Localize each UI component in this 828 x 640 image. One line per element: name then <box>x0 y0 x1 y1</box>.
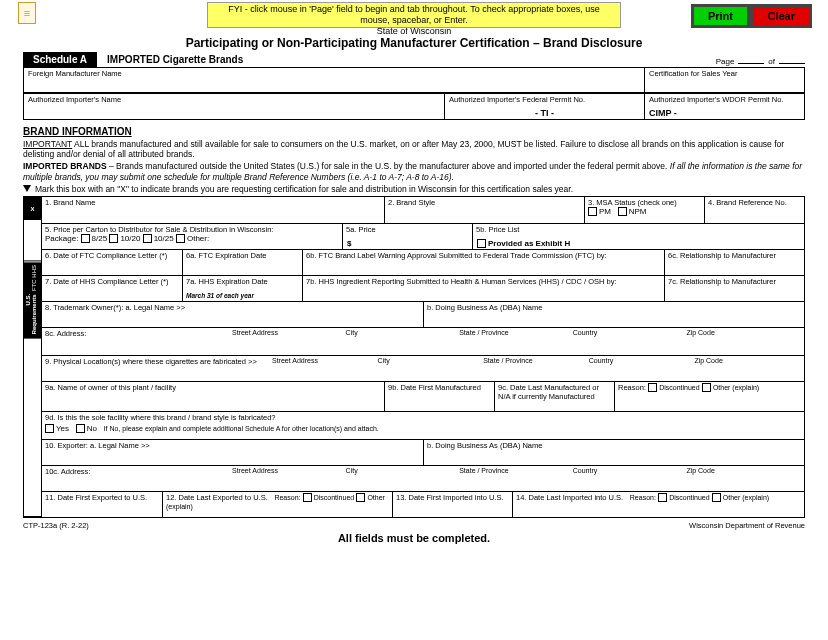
print-button[interactable]: Print <box>691 4 750 28</box>
row-5: 8. Trademark Owner(*): a. Legal Name >> … <box>42 301 804 327</box>
pkg-other[interactable] <box>176 234 185 243</box>
important-para: IMPORTANT ALL brands manufactured and st… <box>23 139 805 159</box>
page-field[interactable] <box>738 54 764 64</box>
date-first-imp[interactable]: 13. Date First Imported into U.S. <box>392 492 512 517</box>
header-grid-1: Foreign Manufacturer Name Certification … <box>23 67 805 93</box>
clear-button[interactable]: Clear <box>750 4 812 28</box>
date-last-mfr[interactable]: 9c. Date Last Manufactured or N/A if cur… <box>494 382 614 411</box>
tm-legal[interactable]: 8. Trademark Owner(*): a. Legal Name >> <box>42 302 423 327</box>
ftc-by[interactable]: 6b. FTC Brand Label Warning Approval Sub… <box>302 250 664 275</box>
row-3: 6. Date of FTC Compliance Letter (*) 6a.… <box>42 249 804 275</box>
brand-name-cell[interactable]: 1. Brand Name <box>42 197 384 223</box>
schedule-title: IMPORTED Cigarette Brands <box>107 54 243 65</box>
date-last-imp: 14. Date Last Imported into U.S. Reason:… <box>512 492 804 517</box>
price-cell[interactable]: 5a. Price $ <box>342 224 472 249</box>
exp-dba[interactable]: b. Doing Business As (DBA) Name <box>423 440 804 465</box>
fed-permit-cell[interactable]: Authorized Importer's Federal Permit No.… <box>444 93 644 119</box>
phys-loc: 9. Physical Location(s) where these ciga… <box>42 356 804 381</box>
table-rows: 1. Brand Name 2. Brand Style 3. MSA Stat… <box>42 197 804 517</box>
schedule-row: Schedule A IMPORTED Cigarette Brands Pag… <box>23 52 805 67</box>
schedule-badge: Schedule A <box>23 52 97 67</box>
addr-10c: 10c. Address: Street Address City State … <box>42 466 804 491</box>
pkg-1025[interactable] <box>143 234 152 243</box>
npm-checkbox[interactable] <box>618 207 627 216</box>
date-first-mfr[interactable]: 9b. Date First Manufactured <box>384 382 494 411</box>
row-7[interactable]: 9. Physical Location(s) where these ciga… <box>42 355 804 381</box>
oth-12[interactable] <box>356 493 365 502</box>
hhs-by[interactable]: 7b. HHS Ingredient Reporting Submitted t… <box>302 276 664 301</box>
us-req-label: U.S. Requirements FTC HHS <box>24 262 41 338</box>
top-bar: ≡ FYI - click mouse in 'Page' field to b… <box>0 0 828 26</box>
pkg-1020[interactable] <box>109 234 118 243</box>
row-2: 5. Price per Carton to Distributor for S… <box>42 223 804 249</box>
ftc-rel[interactable]: 6c. Relationship to Manufacturer <box>664 250 804 275</box>
row-6[interactable]: 8c. Address: Street Address City State /… <box>42 327 804 355</box>
footer-row: CTP-123a (R. 2-22) Wisconsin Department … <box>23 521 805 530</box>
brand-style-cell[interactable]: 2. Brand Style <box>384 197 584 223</box>
row-1: 1. Brand Name 2. Brand Style 3. MSA Stat… <box>42 197 804 223</box>
other-9c[interactable] <box>702 383 711 392</box>
hhs-date[interactable]: 7. Date of HHS Compliance Letter (*) <box>42 276 182 301</box>
hhs-exp[interactable]: 7a. HHS Expiration Date March 31 of each… <box>182 276 302 301</box>
page-total-field[interactable] <box>779 54 805 64</box>
price-box: 5. Price per Carton to Distributor for S… <box>42 224 342 249</box>
wdor-permit-cell[interactable]: Authorized Importer's WDOR Permit No. CI… <box>644 93 804 119</box>
all-fields-label: All fields must be completed. <box>23 532 805 544</box>
sole-yes[interactable] <box>45 424 54 433</box>
row-8: 9a. Name of owner of this plant / facili… <box>42 381 804 411</box>
msa-status-cell: 3. MSA Status (check one) PM NPM <box>584 197 704 223</box>
addr-8c: 8c. Address: Street Address City State /… <box>42 328 804 355</box>
page-title: Participating or Non-Participating Manuf… <box>0 36 828 50</box>
row-10c[interactable]: 10c. Address: Street Address City State … <box>42 465 804 491</box>
disc-14[interactable] <box>658 493 667 502</box>
cert-year-cell[interactable]: Certification for Sales Year <box>644 68 804 92</box>
reason-9c: Reason: Discontinued Other (explain) <box>614 382 804 411</box>
blank-rot <box>24 220 41 261</box>
foreign-mfr-cell[interactable]: Foreign Manufacturer Name <box>24 68 644 92</box>
row-9d: 9d. Is this the sole facility where this… <box>42 411 804 439</box>
brand-table: X U.S. Requirements FTC HHS 1. Brand Nam… <box>23 196 805 518</box>
hhs-rel[interactable]: 7c. Relationship to Manufacturer <box>664 276 804 301</box>
exp-legal[interactable]: 10. Exporter: a. Legal Name >> <box>42 440 423 465</box>
mark-row: Mark this box with an "X" to indicate br… <box>23 184 805 194</box>
imported-para: IMPORTED BRANDS – Brands manufactured ou… <box>23 161 805 181</box>
row-11-14: 11. Date First Exported to U.S. 12. Date… <box>42 491 804 517</box>
brand-ref-cell[interactable]: 4. Brand Reference No. <box>704 197 804 223</box>
triangle-icon <box>23 185 31 192</box>
disc-9c[interactable] <box>648 383 657 392</box>
pkg-825[interactable] <box>81 234 90 243</box>
date-last-exp: 12. Date Last Exported to U.S. Reason: D… <box>162 492 392 517</box>
brand-info-heading: BRAND INFORMATION <box>23 126 805 137</box>
disc-12[interactable] <box>303 493 312 502</box>
owner-name[interactable]: 9a. Name of owner of this plant / facili… <box>42 382 384 411</box>
pm-checkbox[interactable] <box>588 207 597 216</box>
row-10: 10. Exporter: a. Legal Name >> b. Doing … <box>42 439 804 465</box>
sole-no[interactable] <box>76 424 85 433</box>
ftc-exp[interactable]: 6a. FTC Expiration Date <box>182 250 302 275</box>
dept-label: Wisconsin Department of Revenue <box>689 521 805 530</box>
form-header: State of Wisconsin Participating or Non-… <box>0 26 828 50</box>
rot-col: X U.S. Requirements FTC HHS <box>24 197 42 517</box>
ftc-date[interactable]: 6. Date of FTC Compliance Letter (*) <box>42 250 182 275</box>
tm-dba[interactable]: b. Doing Business As (DBA) Name <box>423 302 804 327</box>
x-header[interactable]: X <box>24 197 41 220</box>
form-id: CTP-123a (R. 2-22) <box>23 521 89 530</box>
blank-rot2 <box>24 338 41 517</box>
header-grid-2: Authorized Importer's Name Authorized Im… <box>23 93 805 120</box>
row-4: 7. Date of HHS Compliance Letter (*) 7a.… <box>42 275 804 301</box>
oth-14[interactable] <box>712 493 721 502</box>
sole-facility: 9d. Is this the sole facility where this… <box>42 412 804 439</box>
page-of: Page of <box>716 54 805 66</box>
pricelist-cell: 5b. Price List Provided as Exhibit H <box>472 224 804 249</box>
document-icon: ≡ <box>18 2 36 24</box>
fyi-note: FYI - click mouse in 'Page' field to beg… <box>207 2 621 28</box>
exhibit-h-checkbox[interactable] <box>477 239 486 248</box>
date-first-exp[interactable]: 11. Date First Exported to U.S. <box>42 492 162 517</box>
importer-name-cell[interactable]: Authorized Importer's Name <box>24 93 444 119</box>
